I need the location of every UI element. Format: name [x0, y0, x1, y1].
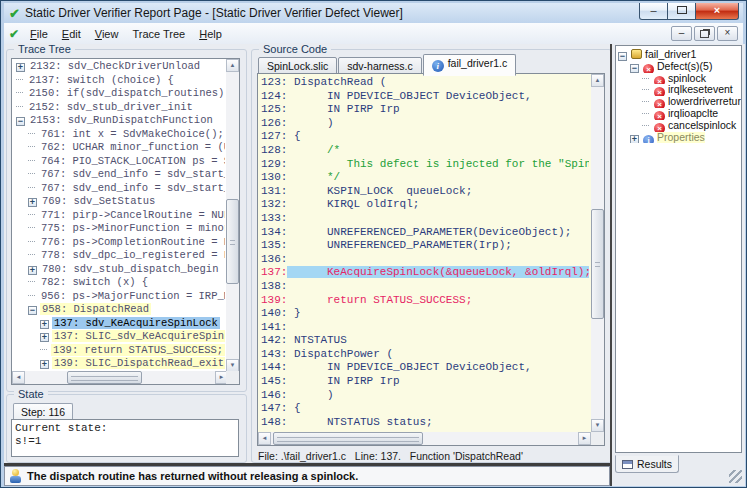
step-tab[interactable]: Step: 116 — [13, 403, 73, 420]
defect-tree-item[interactable]: ×irqlkesetevent — [616, 84, 741, 96]
defect-tree-item[interactable]: ×irqlioapclte — [616, 108, 741, 120]
code-line-number: 143: — [261, 348, 287, 360]
trace-tree-item[interactable]: 2137: switch (choice) { — [13, 74, 225, 88]
code-text: This defect is injected for the "SpinLoc… — [287, 158, 589, 170]
scroll-up-icon[interactable]: ▲ — [591, 74, 604, 87]
tab-fail-driver1-c[interactable]: ifail_driver1.c — [423, 54, 517, 76]
expand-icon[interactable]: + — [28, 266, 37, 275]
expand-icon[interactable]: + — [40, 320, 49, 329]
collapse-icon[interactable]: − — [28, 306, 37, 315]
results-tab[interactable]: Results — [615, 455, 679, 473]
scrollbar-thumb[interactable] — [67, 371, 142, 384]
trace-vertical-scrollbar[interactable]: ▲ ▼ — [226, 59, 239, 372]
trace-tree-item-label: 776: ps->CompletionRoutine = N — [39, 236, 225, 248]
trace-tree-item[interactable]: 775: ps->MinorFunction = minor_ — [13, 222, 225, 236]
trace-tree-item[interactable]: 139: return STATUS_SUCCESS; — [13, 344, 225, 358]
scroll-down-icon[interactable]: ▼ — [591, 419, 604, 432]
expand-icon[interactable]: + — [40, 360, 49, 369]
code-text: */ — [287, 171, 340, 183]
trace-tree-item[interactable]: 776: ps->CompletionRoutine = N — [13, 236, 225, 250]
maximize-button[interactable] — [668, 3, 695, 20]
minimize-button[interactable]: – — [639, 3, 668, 20]
code-line-number: 140: — [261, 307, 287, 319]
scrollbar-thumb[interactable] — [273, 432, 423, 445]
expand-icon[interactable]: + — [16, 63, 25, 72]
collapse-icon[interactable]: − — [16, 117, 25, 126]
scroll-left-icon[interactable]: ◄ — [258, 432, 271, 445]
menu-view[interactable]: View — [88, 25, 126, 43]
code-text: ) — [287, 117, 333, 129]
code-vertical-scrollbar[interactable]: ▲ ▼ — [591, 74, 604, 432]
trace-tree-item-label: 137: SLIC_sdv_KeAcquireSpinL — [52, 330, 225, 342]
defect-item-label: irqlkesetevent — [668, 84, 733, 95]
trace-tree-item[interactable]: 771: pirp->CancelRoutine = NUL — [13, 209, 225, 223]
scroll-up-icon[interactable]: ▲ — [226, 59, 239, 72]
trace-tree-item[interactable]: 2152: sdv_stub_driver_init — [13, 101, 225, 115]
scroll-right-icon[interactable]: ► — [578, 432, 591, 445]
scrollbar-thumb[interactable] — [226, 199, 239, 284]
trace-tree-item[interactable]: +139: SLIC_DispatchRead_exit — [13, 357, 225, 370]
defect-icon: × — [654, 87, 665, 96]
code-line: 124: IN PDEVICE_OBJECT DeviceObject, — [261, 90, 589, 104]
expand-icon[interactable]: + — [28, 198, 37, 207]
defect-tree-item[interactable]: −fail_driver1 — [616, 49, 741, 61]
trace-tree-item[interactable]: 767: sdv_end_info = sdv_start_ — [13, 168, 225, 182]
defect-item-label: irqlioapclte — [668, 108, 718, 119]
defect-icon: × — [654, 76, 665, 85]
trace-tree-item[interactable]: +2132: sdv_CheckDriverUnload — [13, 60, 225, 74]
defect-icon: × — [654, 123, 665, 132]
mdi-minimize-button[interactable]: – — [671, 26, 692, 41]
trace-horizontal-scrollbar[interactable]: ◄ ► — [12, 371, 228, 384]
trace-tree-item-label: 769: sdv_SetStatus — [40, 195, 157, 207]
code-line: 141: — [261, 321, 589, 335]
scroll-left-icon[interactable]: ◄ — [12, 371, 25, 384]
menu-help[interactable]: Help — [192, 25, 229, 43]
trace-tree-item[interactable]: 956: ps->MajorFunction = IRP_M — [13, 290, 225, 304]
defect-tree-item[interactable]: +iProperties — [616, 132, 741, 144]
trace-tree-item[interactable]: −2153: sdv_RunDispatchFunction — [13, 114, 225, 128]
state-line: s!=1 — [15, 435, 235, 448]
trace-tree-item[interactable]: 762: UCHAR minor_function = (U — [13, 141, 225, 155]
scrollbar-thumb[interactable] — [591, 209, 604, 319]
code-line-number: 125: — [261, 103, 287, 115]
resize-grip[interactable] — [729, 470, 742, 483]
defect-tree-item[interactable]: ×lowerdriverreturn — [616, 96, 741, 108]
window-controls: – × — [639, 3, 739, 20]
close-button[interactable]: × — [695, 3, 739, 20]
defect-tree-item[interactable]: ×cancelspinlock — [616, 120, 741, 132]
code-line: 148: NTSTATUS status; — [261, 416, 589, 430]
expand-icon[interactable]: + — [630, 135, 639, 144]
collapse-icon[interactable]: − — [630, 64, 639, 73]
trace-tree-item[interactable]: +780: sdv_stub_dispatch_begin — [13, 263, 225, 277]
code-line-number: 135: — [261, 239, 287, 251]
tree-connector-icon — [28, 295, 35, 296]
title-bar[interactable]: ✔ Static Driver Verifier Report Page - [… — [4, 3, 743, 23]
menu-trace-tree[interactable]: Trace Tree — [125, 25, 192, 43]
code-line-number: 129: — [261, 158, 287, 170]
expand-icon[interactable]: + — [40, 333, 49, 342]
trace-tree-item[interactable]: 764: PIO_STACK_LOCATION ps = S — [13, 155, 225, 169]
trace-tree-item[interactable]: 778: sdv_dpc_io_registered = F — [13, 249, 225, 263]
collapse-icon[interactable]: − — [618, 52, 627, 61]
tree-connector-icon — [642, 113, 649, 114]
tree-connector-icon — [642, 89, 649, 90]
trace-tree-item[interactable]: +137: SLIC_sdv_KeAcquireSpinL — [13, 330, 225, 344]
trace-tree-item[interactable]: −958: DispatchRead — [13, 303, 225, 317]
code-horizontal-scrollbar[interactable]: ◄ ► — [258, 432, 591, 445]
trace-tree-item[interactable]: +769: sdv_SetStatus — [13, 195, 225, 209]
code-text: UNREFERENCED_PARAMETER(DeviceObject); — [287, 226, 571, 238]
trace-tree-item[interactable]: +137: sdv_KeAcquireSpinLock — [13, 317, 225, 331]
mdi-close-button[interactable]: × — [717, 26, 738, 41]
code-line: 142: NTSTATUS — [261, 334, 589, 348]
trace-tree-item[interactable]: 767: sdv_end_info = sdv_start_ — [13, 182, 225, 196]
trace-tree-item[interactable]: 761: int x = SdvMakeChoice(); — [13, 128, 225, 142]
defect-tree-item[interactable]: ×spinlock — [616, 73, 741, 85]
menu-edit[interactable]: Edit — [55, 25, 88, 43]
mdi-restore-button[interactable] — [694, 26, 715, 41]
trace-tree-item[interactable]: 2150: if(sdv_dispatch_routines) — [13, 87, 225, 101]
code-line: 143: DispatchPower ( — [261, 348, 589, 362]
defect-tree-item[interactable]: −×Defect(s)(5) — [616, 61, 741, 73]
code-line-number: 145: — [261, 375, 287, 387]
menu-file[interactable]: File — [23, 25, 55, 43]
trace-tree-item[interactable]: 782: switch (x) { — [13, 276, 225, 290]
